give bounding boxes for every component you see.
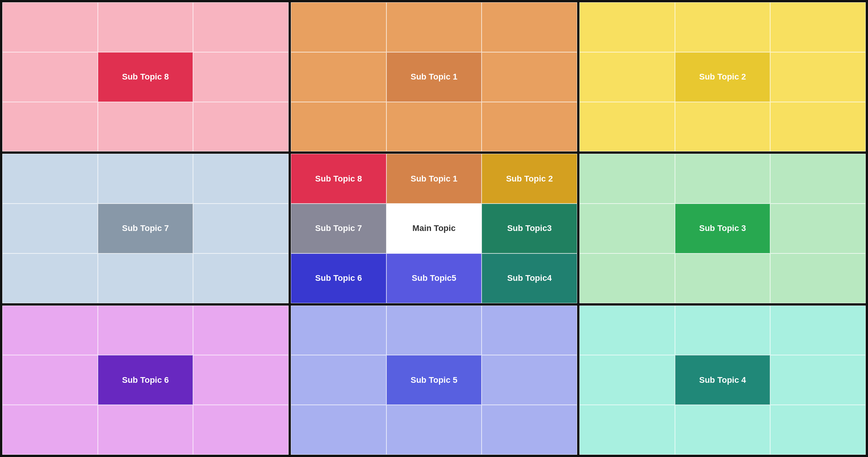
inner-cell [482,306,577,355]
inner-cell [193,154,289,204]
inner-cell [291,306,386,355]
inner-cell [770,102,866,152]
sub-topic-5-label[interactable]: Sub Topic 5 [386,355,482,405]
inner-cell [675,253,771,303]
hub-sub-topic-1[interactable]: Sub Topic 1 [386,154,482,204]
inner-cell [193,253,289,303]
inner-cell [675,102,771,152]
inner-cell [291,102,386,152]
hub-sub-topic-8[interactable]: Sub Topic 8 [291,154,386,204]
inner-cell [482,2,577,52]
inner-cell [675,154,771,204]
inner-cell [2,102,98,152]
hub-sub-topic-3[interactable]: Sub Topic3 [482,204,577,253]
inner-cell [579,2,675,52]
inner-cell [482,102,577,152]
inner-cell [770,355,866,405]
hub-sub-topic-6[interactable]: Sub Topic 6 [291,253,386,303]
cell-sub-topic-4-mint: Sub Topic 4 [578,304,867,456]
inner-cell [770,52,866,102]
inner-cell [2,2,98,52]
inner-cell [386,102,482,152]
cell-sub-topic-5-periwinkle: Sub Topic 5 [290,304,578,456]
sub-topic-4-label[interactable]: Sub Topic 4 [675,355,771,405]
inner-cell [193,52,289,102]
cell-sub-topic-3-green: Sub Topic 3 [578,153,867,304]
inner-cell [2,154,98,204]
inner-cell [193,405,289,455]
hub-sub-topic-5[interactable]: Sub Topic5 [386,253,482,303]
inner-cell [770,253,866,303]
inner-cell [770,306,866,355]
inner-cell [579,253,675,303]
inner-cell [579,405,675,455]
inner-cell [98,102,193,152]
inner-cell [193,306,289,355]
inner-cell [579,306,675,355]
hub-sub-topic-2[interactable]: Sub Topic 2 [482,154,577,204]
cell-sub-topic-2-yellow: Sub Topic 2 [578,1,867,153]
inner-cell [482,405,577,455]
inner-cell [291,52,386,102]
inner-cell [770,154,866,204]
inner-cell [291,355,386,405]
inner-cell [98,2,193,52]
inner-cell [386,306,482,355]
inner-cell [579,355,675,405]
inner-cell [770,204,866,253]
cell-sub-topic-8-pink: Sub Topic 8 [1,1,290,153]
hub-sub-topic-7[interactable]: Sub Topic 7 [291,204,386,253]
sub-topic-7-label[interactable]: Sub Topic 7 [98,204,193,253]
sub-topic-1-label[interactable]: Sub Topic 1 [386,52,482,102]
inner-cell [98,306,193,355]
inner-cell [579,102,675,152]
inner-cell [770,2,866,52]
inner-cell [291,2,386,52]
inner-cell [2,253,98,303]
inner-cell [2,405,98,455]
inner-cell [2,52,98,102]
sub-topic-3-label[interactable]: Sub Topic 3 [675,204,771,253]
inner-cell [675,405,771,455]
inner-cell [98,405,193,455]
inner-cell [98,253,193,303]
inner-cell [2,355,98,405]
inner-cell [579,154,675,204]
hub-sub-topic-4[interactable]: Sub Topic4 [482,253,577,303]
inner-cell [98,154,193,204]
inner-cell [675,2,771,52]
inner-cell [291,405,386,455]
inner-cell [675,306,771,355]
inner-cell [579,52,675,102]
cell-sub-topic-1-orange: Sub Topic 1 [290,1,578,153]
cell-sub-topic-7-blue: Sub Topic 7 [1,153,290,304]
inner-cell [579,204,675,253]
inner-cell [386,405,482,455]
inner-cell [482,355,577,405]
inner-cell [193,102,289,152]
inner-cell [2,306,98,355]
inner-cell [482,52,577,102]
inner-cell [193,355,289,405]
inner-cell [386,2,482,52]
sub-topic-6-label[interactable]: Sub Topic 6 [98,355,193,405]
inner-cell [770,405,866,455]
inner-cell [2,204,98,253]
inner-cell [193,204,289,253]
cell-hub: Sub Topic 8 Sub Topic 1 Sub Topic 2 Sub … [290,153,578,304]
sub-topic-2-label[interactable]: Sub Topic 2 [675,52,771,102]
cell-sub-topic-6-purple: Sub Topic 6 [1,304,290,456]
sub-topic-8-label[interactable]: Sub Topic 8 [98,52,193,102]
inner-cell [193,2,289,52]
hub-main-topic[interactable]: Main Topic [386,204,482,253]
main-grid: Sub Topic 8 Sub Topic 1 Sub Topic 2 [0,0,868,457]
